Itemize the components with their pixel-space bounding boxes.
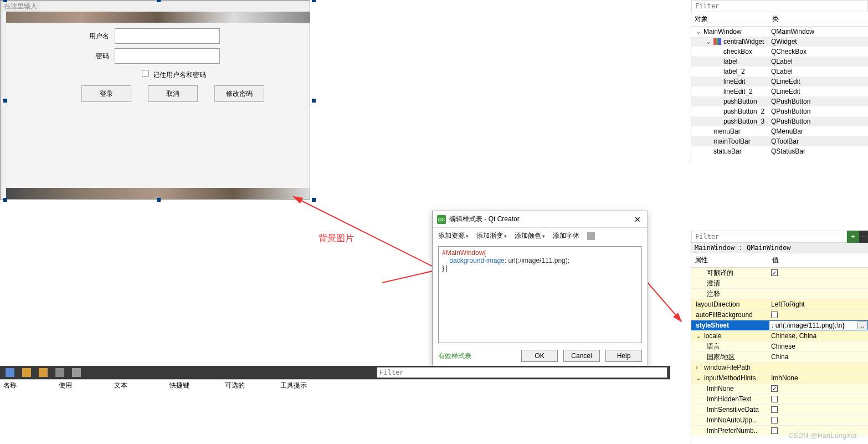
property-row[interactable]: ImhSensitiveData	[691, 405, 868, 415]
action-column-header[interactable]: 名称	[0, 380, 55, 390]
action-column-header[interactable]: 使用	[55, 380, 111, 390]
resize-handle[interactable]	[157, 198, 161, 202]
add-property-icon[interactable]: +	[847, 231, 859, 243]
checkbox-icon[interactable]: ✓	[771, 269, 778, 276]
folder-icon[interactable]	[22, 368, 31, 377]
dialog-title: 编辑样式表 - Qt Creator	[449, 215, 520, 224]
add-font-button[interactable]: 添加字体	[553, 231, 579, 241]
property-row[interactable]: ImhNoAutoUpp..	[691, 415, 868, 426]
action-column-header[interactable]: 文本	[111, 380, 166, 390]
object-filter-input[interactable]	[691, 0, 868, 12]
checkbox-icon[interactable]	[771, 417, 778, 423]
stylesheet-editor-dialog: QC编辑样式表 - Qt Creator ✕ 添加资源 ▾ 添加渐变 ▾ 添加颜…	[432, 211, 648, 368]
prop-header-value[interactable]: 值	[769, 253, 868, 267]
property-row[interactable]: ImhHiddenText	[691, 394, 868, 405]
ok-button[interactable]: OK	[521, 350, 558, 362]
delete-icon[interactable]	[55, 368, 64, 377]
tree-row[interactable]: statusBarQStatusBar	[691, 146, 868, 156]
svg-line-0	[294, 197, 443, 272]
annotation-arrow	[277, 188, 454, 277]
tree-header-object[interactable]: 对象	[691, 12, 769, 26]
qtcreator-icon: QC	[437, 215, 446, 224]
tree-row[interactable]: labelQLabel	[691, 57, 868, 67]
layout-icon	[713, 38, 721, 45]
checkbox-icon[interactable]	[771, 396, 778, 402]
property-row[interactable]: ⌄inputMethodHintsImhNone	[691, 373, 868, 384]
stylesheet-textarea[interactable]: #MainWindow{ background-image: url(:/ima…	[438, 246, 642, 343]
tree-row[interactable]: checkBoxQCheckBox	[691, 47, 868, 57]
resize-handle[interactable]	[3, 99, 7, 103]
tree-row[interactable]: label_2QLabel	[691, 67, 868, 76]
username-input[interactable]	[115, 28, 220, 44]
cancel-button[interactable]: 取消	[148, 85, 198, 102]
bg-image-strip-bottom	[6, 188, 310, 199]
form-title-input[interactable]: 在这里输入	[1, 1, 40, 12]
property-row[interactable]: 可翻译的✓	[691, 268, 868, 278]
prop-header-name[interactable]: 属性	[691, 253, 769, 267]
property-row[interactable]: layoutDirectionLeftToRight	[691, 299, 868, 310]
property-row[interactable]: 注释	[691, 289, 868, 299]
property-editor-panel: + − MainWindow : QMainWindow 属性 值 可翻译的✓澄…	[691, 231, 868, 444]
property-row[interactable]: ›windowFilePath	[691, 363, 868, 373]
checkbox-icon[interactable]	[771, 406, 778, 413]
new-action-icon[interactable]	[6, 368, 14, 377]
checkbox-icon[interactable]: ✓	[771, 385, 778, 392]
property-object-path: MainWindow : QMainWindow	[691, 243, 868, 253]
cancel-dialog-button[interactable]: Cancel	[563, 350, 600, 362]
username-label: 用户名	[76, 32, 109, 41]
resize-handle[interactable]	[312, 99, 316, 103]
login-button[interactable]: 登录	[81, 85, 131, 102]
watermark: CSDN @HanLongXia	[788, 432, 857, 440]
property-row[interactable]: styleSheet: url(:/image/111.png);\n}...	[691, 320, 868, 331]
property-row[interactable]: autoFillBackground	[691, 310, 868, 320]
add-color-dropdown[interactable]: 添加颜色 ▾	[515, 231, 545, 241]
validity-label: 有效样式表	[438, 351, 516, 361]
wand-icon[interactable]	[587, 232, 595, 240]
add-resource-dropdown[interactable]: 添加资源 ▾	[438, 231, 469, 241]
tree-row[interactable]: menuBarQMenuBar	[691, 126, 868, 136]
folder-icon[interactable]	[39, 368, 48, 377]
checkbox-icon[interactable]	[771, 312, 778, 318]
remove-property-icon[interactable]: −	[859, 231, 868, 243]
add-gradient-dropdown[interactable]: 添加渐变 ▾	[476, 231, 507, 241]
property-row[interactable]: 国家/地区China	[691, 352, 868, 363]
tree-row[interactable]: mainToolBarQToolBar	[691, 136, 868, 146]
object-inspector-panel: 对象 类 ⌄MainWindowQMainWindow⌄centralWidge…	[691, 0, 868, 164]
password-label: 密码	[76, 52, 109, 61]
action-column-header[interactable]: 快捷键	[166, 380, 222, 390]
resize-handle[interactable]	[157, 0, 161, 2]
form-designer-canvas[interactable]: 在这里输入 用户名 密码 记住用户名和密码 登录 取消 修改密码	[0, 0, 316, 200]
resize-handle[interactable]	[312, 0, 316, 2]
tree-row[interactable]: lineEdit_2QLineEdit	[691, 86, 868, 96]
tree-header-class[interactable]: 类	[769, 12, 868, 26]
resize-handle[interactable]	[3, 0, 7, 2]
property-filter-input[interactable]	[691, 231, 847, 243]
help-button[interactable]: Help	[605, 350, 642, 362]
checkbox-icon[interactable]	[771, 427, 778, 434]
resize-handle[interactable]	[3, 198, 7, 202]
tree-row[interactable]: ⌄centralWidgetQWidget	[691, 37, 868, 47]
property-row[interactable]: ImhNone✓	[691, 384, 868, 394]
tree-row[interactable]: pushButtonQPushButton	[691, 96, 868, 106]
property-row[interactable]: 澄清	[691, 278, 868, 289]
edit-icon[interactable]	[72, 368, 81, 377]
tree-row[interactable]: pushButton_2QPushButton	[691, 106, 868, 116]
resize-handle[interactable]	[312, 198, 316, 202]
property-row[interactable]: ⌄localeChinese, China	[691, 331, 868, 341]
property-row[interactable]: 语言Chinese	[691, 341, 868, 352]
action-column-header[interactable]: 可选的	[222, 380, 277, 390]
tree-row[interactable]: pushButton_3QPushButton	[691, 116, 868, 126]
action-column-header[interactable]: 工具提示	[277, 380, 332, 390]
tree-row[interactable]: ⌄MainWindowQMainWindow	[691, 27, 868, 37]
action-filter-input[interactable]	[377, 367, 667, 378]
password-input[interactable]	[115, 48, 220, 64]
tree-row[interactable]: lineEditQLineEdit	[691, 76, 868, 86]
bg-image-strip-top	[6, 12, 310, 23]
more-button[interactable]: ...	[857, 321, 866, 329]
remember-checkbox[interactable]: 记住用户名和密码	[140, 71, 206, 79]
annotation-label: 背景图片	[319, 233, 354, 244]
change-password-button[interactable]: 修改密码	[214, 85, 264, 102]
close-icon[interactable]: ✕	[632, 215, 643, 224]
